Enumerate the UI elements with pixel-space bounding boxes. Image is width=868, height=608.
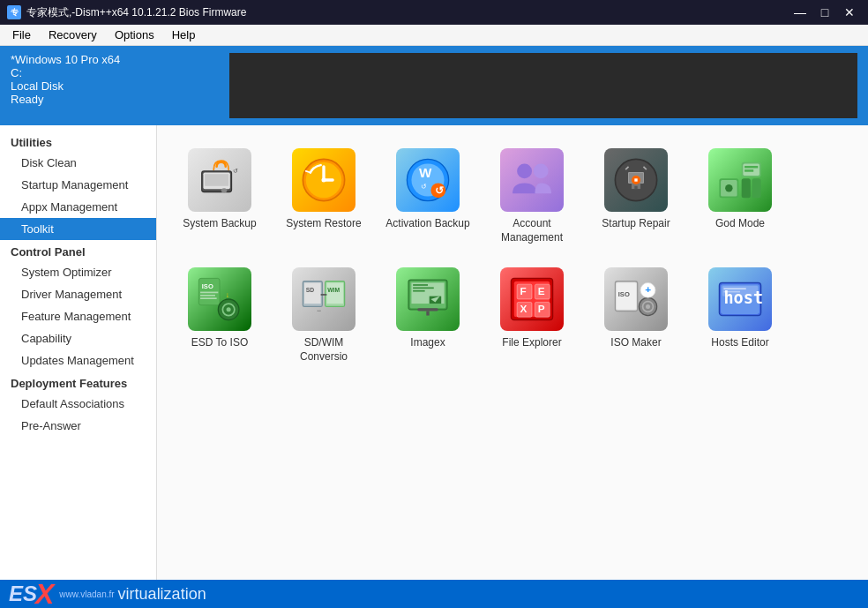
titlebar-title: 专家模式,-Dism++x64 10.1.21.2 Bios Firmware — [26, 5, 246, 20]
svg-rect-47 — [413, 284, 428, 286]
sidebar: Utilities Disk Clean Startup Management … — [0, 125, 157, 580]
tool-grid: ↺ System Backup System R — [171, 139, 854, 371]
sidebar-item-system-optimizer[interactable]: System Optimizer — [0, 261, 156, 283]
svg-text:ISO: ISO — [202, 282, 213, 290]
svg-text:↺: ↺ — [421, 182, 427, 191]
svg-rect-17 — [634, 186, 637, 189]
main-area: Utilities Disk Clean Startup Management … — [0, 125, 868, 580]
watermark-virtualization: virtualization — [118, 585, 206, 604]
sidebar-item-toolkit[interactable]: Toolkit — [0, 218, 156, 240]
tool-hosts-editor[interactable]: hosts Hosts Editor — [692, 259, 789, 371]
sd-wim-icon: SD WIM ↔ — [292, 267, 355, 331]
sidebar-item-feature-management[interactable]: Feature Management — [0, 305, 156, 327]
svg-text:WIM: WIM — [327, 287, 340, 293]
svg-rect-32 — [200, 298, 217, 300]
infobar-left: *Windows 10 Pro x64 C: Local Disk Ready — [11, 53, 221, 106]
svg-text:E: E — [538, 285, 545, 297]
svg-rect-26 — [742, 178, 751, 198]
tool-esd-to-iso[interactable]: ISO ↓ ESD To ISO — [171, 259, 268, 371]
watermark-bar: ES X www.vladan.fr virtualization — [0, 580, 868, 608]
tool-activation-backup[interactable]: W ↺ ↺ Activation Backup — [379, 139, 476, 251]
svg-point-7 — [321, 177, 326, 182]
tool-startup-repair[interactable]: Startup Repair — [587, 139, 685, 251]
svg-rect-75 — [723, 291, 740, 293]
account-management-icon — [500, 148, 564, 212]
file-explorer-label: File Explorer — [502, 336, 561, 350]
svg-rect-30 — [200, 292, 218, 294]
status-label: Ready — [11, 93, 221, 106]
hosts-editor-icon: hosts — [708, 267, 772, 331]
tool-god-mode[interactable]: God Mode — [692, 139, 789, 251]
svg-point-3 — [221, 188, 228, 192]
close-button[interactable]: ✕ — [838, 4, 861, 21]
svg-rect-24 — [745, 166, 758, 169]
watermark-brand-es: ES — [9, 582, 37, 606]
menu-help[interactable]: Help — [163, 26, 205, 43]
sidebar-item-updates-management[interactable]: Updates Management — [0, 349, 156, 372]
tool-system-restore[interactable]: System Restore — [275, 139, 372, 251]
svg-rect-51 — [426, 312, 429, 316]
svg-text:X: X — [520, 303, 528, 315]
app-icon: 专 — [7, 5, 21, 19]
sidebar-item-pre-answer[interactable]: Pre-Answer — [0, 415, 156, 437]
svg-text:↺: ↺ — [435, 184, 444, 197]
menubar: File Recovery Options Help — [0, 25, 868, 46]
tool-sd-wim[interactable]: SD WIM ↔ SD/WIM Conversio — [275, 259, 372, 371]
imagex-label: Imagex — [410, 336, 445, 350]
svg-text:P: P — [538, 303, 545, 315]
svg-text:ISO: ISO — [618, 290, 630, 298]
svg-text:+: + — [645, 283, 651, 296]
activation-backup-icon: W ↺ ↺ — [396, 148, 460, 212]
svg-point-35 — [227, 307, 231, 312]
svg-rect-2 — [205, 174, 228, 186]
infobar-preview — [229, 53, 858, 118]
sidebar-item-capability[interactable]: Capability — [0, 327, 156, 349]
tool-system-backup[interactable]: ↺ System Backup — [171, 139, 268, 251]
svg-rect-27 — [752, 178, 761, 198]
svg-text:SD: SD — [306, 287, 315, 293]
sidebar-item-driver-management[interactable]: Driver Management — [0, 283, 156, 305]
content-area: ↺ System Backup System R — [157, 125, 868, 580]
sidebar-section-utilities: Utilities — [0, 131, 156, 152]
tool-file-explorer[interactable]: F E X P File Explorer — [483, 259, 580, 371]
sidebar-section-deployment: Deployment Features — [0, 372, 156, 393]
tool-iso-maker[interactable]: ISO + ISO Maker — [587, 259, 685, 371]
maximize-button[interactable]: □ — [813, 4, 836, 21]
titlebar: 专 专家模式,-Dism++x64 10.1.21.2 Bios Firmwar… — [0, 0, 868, 25]
account-management-label: Account Management — [489, 217, 575, 244]
watermark-brand-x: X — [35, 578, 54, 609]
startup-repair-icon — [604, 148, 668, 212]
system-backup-icon: ↺ — [188, 148, 251, 212]
hosts-editor-label: Hosts Editor — [711, 336, 768, 350]
sidebar-section-control-panel: Control Panel — [0, 240, 156, 261]
svg-text:F: F — [520, 285, 527, 297]
menu-recovery[interactable]: Recovery — [40, 26, 106, 43]
startup-repair-label: Startup Repair — [602, 217, 670, 231]
iso-maker-label: ISO Maker — [610, 336, 661, 350]
titlebar-left: 专 专家模式,-Dism++x64 10.1.21.2 Bios Firmwar… — [7, 5, 246, 20]
sidebar-item-startup-management[interactable]: Startup Management — [0, 174, 156, 196]
minimize-button[interactable]: — — [789, 4, 812, 21]
esd-to-iso-label: ESD To ISO — [191, 336, 248, 350]
god-mode-icon — [708, 148, 772, 212]
file-explorer-icon: F E X P — [500, 267, 564, 331]
sidebar-item-disk-clean[interactable]: Disk Clean — [0, 152, 156, 174]
svg-rect-25 — [745, 169, 753, 172]
menu-options[interactable]: Options — [106, 26, 163, 43]
svg-point-67 — [646, 304, 650, 309]
svg-point-21 — [725, 184, 732, 191]
svg-text:↓: ↓ — [226, 291, 229, 300]
iso-maker-icon: ISO + — [604, 267, 668, 331]
activation-backup-label: Activation Backup — [385, 217, 469, 231]
sidebar-item-appx-management[interactable]: Appx Management — [0, 196, 156, 218]
esd-to-iso-icon: ISO ↓ — [188, 267, 251, 331]
svg-rect-74 — [723, 289, 745, 290]
svg-rect-31 — [200, 295, 215, 296]
god-mode-label: God Mode — [715, 217, 765, 231]
tool-imagex[interactable]: Imagex — [379, 259, 476, 371]
tool-account-management[interactable]: Account Management — [483, 139, 580, 251]
menu-file[interactable]: File — [4, 26, 40, 43]
svg-text:↺: ↺ — [233, 168, 238, 174]
sidebar-item-default-associations[interactable]: Default Associations — [0, 393, 156, 415]
svg-rect-49 — [413, 290, 425, 292]
